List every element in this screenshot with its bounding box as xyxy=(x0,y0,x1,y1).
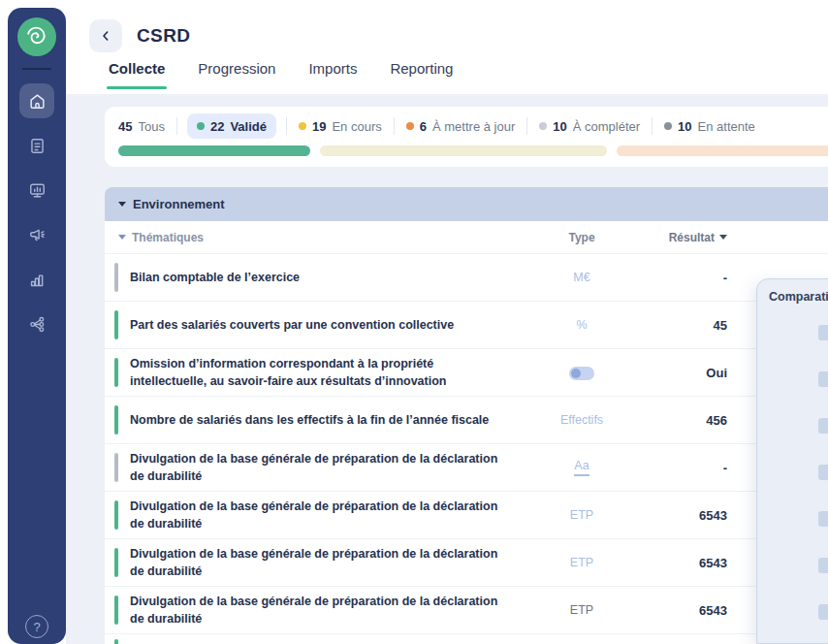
comparatif-placeholder xyxy=(818,325,828,340)
progress-segment-autres xyxy=(617,145,828,156)
tab-bar: Collecte Progression Imports Reporting xyxy=(109,60,453,89)
section-environnement[interactable]: Environnement xyxy=(105,187,828,221)
row-label: Divulgation de la base générale de prépa… xyxy=(130,593,524,628)
home-icon xyxy=(28,92,47,111)
count-valide: 22 xyxy=(210,119,224,134)
row-status-bar xyxy=(114,639,118,644)
row-status-bar xyxy=(114,358,118,387)
table-row[interactable]: Divulgation de la base générale de prépa… xyxy=(105,443,828,491)
thematiques-header-label: Thématiques xyxy=(132,231,204,244)
sidebar-item-home[interactable] xyxy=(19,83,54,118)
row-label: Divulgation de la base générale de prépa… xyxy=(130,545,524,580)
table-row[interactable]: Omission d’information correspondant à l… xyxy=(105,348,828,396)
row-result: 6543 xyxy=(640,508,727,523)
row-type: Aa xyxy=(524,459,640,476)
row-status-bar xyxy=(114,310,118,339)
table-row[interactable]: Divulgation de la base générale de prépa… xyxy=(105,491,828,538)
app-logo[interactable] xyxy=(17,17,56,56)
tab-collecte[interactable]: Collecte xyxy=(109,60,165,89)
sidebar-item-announcements[interactable] xyxy=(19,217,54,252)
status-dot-en-cours xyxy=(299,122,306,130)
sidebar-item-organization[interactable] xyxy=(19,306,54,341)
column-header-resultat[interactable]: Résultat xyxy=(640,231,727,244)
tab-progression[interactable]: Progression xyxy=(198,60,275,89)
status-progress-bar xyxy=(118,145,828,156)
label-en-attente: En attente xyxy=(698,119,755,134)
sidebar-divider xyxy=(22,68,51,70)
label-a-mettre-a-jour: À mettre à jour xyxy=(432,119,515,134)
divider xyxy=(176,117,177,135)
row-label: Omission d’information correspondant à l… xyxy=(130,355,524,390)
thematiques-table: Thématiques Type Résultat Bilan comptabl… xyxy=(105,221,828,644)
row-type: Effectifs xyxy=(524,413,640,427)
row-label: Bilan comptable de l’exercice xyxy=(130,269,524,286)
comparatif-placeholder xyxy=(818,558,828,573)
row-result: - xyxy=(640,271,727,285)
status-dot-en-attente xyxy=(664,122,672,130)
row-result: 456 xyxy=(640,413,727,428)
column-header-thematiques[interactable]: Thématiques xyxy=(118,231,524,244)
bar-chart-icon xyxy=(28,271,47,289)
count-en-cours: 19 xyxy=(312,119,326,134)
row-label: Part des salariés couverts par une conve… xyxy=(130,316,524,334)
status-filter-row: 45 Tous 22 Validé 19 En cours 6 À mettre… xyxy=(105,107,828,145)
row-status-bar xyxy=(114,453,118,482)
table-row[interactable]: Divulgation de la base générale de prépa… xyxy=(105,538,828,586)
row-status-bar xyxy=(114,500,118,530)
count-a-mettre-a-jour: 6 xyxy=(420,119,427,134)
status-dot-a-mettre-a-jour xyxy=(406,122,414,130)
sidebar-nav xyxy=(19,83,54,341)
label-en-cours: En cours xyxy=(332,119,381,134)
label-tous: Tous xyxy=(138,119,164,134)
table-row[interactable]: Nombre de salariés dans les effectifs à … xyxy=(105,396,828,443)
sidebar-item-documents[interactable] xyxy=(19,128,54,163)
sidebar-item-dashboard[interactable] xyxy=(19,173,54,208)
row-label: Divulgation de la base générale de prépa… xyxy=(130,498,524,532)
label-a-completer: À compléter xyxy=(573,119,640,134)
row-status-bar xyxy=(114,405,118,435)
comparatif-placeholder xyxy=(818,418,828,434)
filter-en-cours[interactable]: 19 En cours xyxy=(287,119,394,134)
comparatif-placeholder xyxy=(818,371,828,387)
table-row[interactable] xyxy=(105,633,828,644)
back-button[interactable] xyxy=(89,19,122,52)
row-label: Divulgation de la base générale de prépa… xyxy=(130,450,524,485)
status-summary-card: 45 Tous 22 Validé 19 En cours 6 À mettre… xyxy=(105,107,828,167)
section-title: Environnement xyxy=(133,197,225,211)
filter-en-attente[interactable]: 10 En attente xyxy=(653,119,767,134)
chevron-down-icon xyxy=(118,235,126,240)
filter-a-mettre-a-jour[interactable]: 6 À mettre à jour xyxy=(395,119,527,134)
row-label: Nombre de salariés dans les effectifs à … xyxy=(130,411,524,429)
chevron-left-icon xyxy=(98,28,113,44)
row-result: - xyxy=(640,461,727,475)
row-type: % xyxy=(524,318,640,332)
tab-imports[interactable]: Imports xyxy=(308,60,357,89)
row-status-bar xyxy=(114,263,118,292)
filter-tous[interactable]: 45 Tous xyxy=(118,119,176,134)
megaphone-icon xyxy=(28,226,47,244)
page-title: CSRD xyxy=(137,25,190,47)
table-row[interactable]: Divulgation de la base générale de prépa… xyxy=(105,586,828,633)
row-type: ETP xyxy=(524,508,640,522)
row-type: M€ xyxy=(524,271,640,284)
toggle-icon xyxy=(569,367,594,380)
count-en-attente: 10 xyxy=(678,119,691,134)
help-icon[interactable]: ? xyxy=(25,615,48,638)
table-row[interactable]: Bilan comptable de l’exercice M€ - xyxy=(105,253,828,301)
comparatif-placeholder xyxy=(818,511,828,527)
status-dot-a-completer xyxy=(539,122,547,130)
tab-reporting[interactable]: Reporting xyxy=(390,60,453,89)
filter-a-completer[interactable]: 10 À compléter xyxy=(527,119,652,134)
row-result: 6543 xyxy=(640,556,727,570)
row-type xyxy=(524,364,640,381)
row-status-bar xyxy=(114,596,118,625)
progress-segment-en-cours xyxy=(320,145,607,156)
text-type-icon: Aa xyxy=(574,459,589,476)
table-row[interactable]: Part des salariés couverts par une conve… xyxy=(105,301,828,348)
chevron-down-icon xyxy=(118,202,126,207)
comparatif-placeholder xyxy=(818,604,828,620)
sidebar-item-analytics[interactable] xyxy=(19,262,54,297)
filter-valide[interactable]: 22 Validé xyxy=(187,113,276,139)
count-a-completer: 10 xyxy=(553,119,566,134)
column-header-type: Type xyxy=(524,231,640,244)
